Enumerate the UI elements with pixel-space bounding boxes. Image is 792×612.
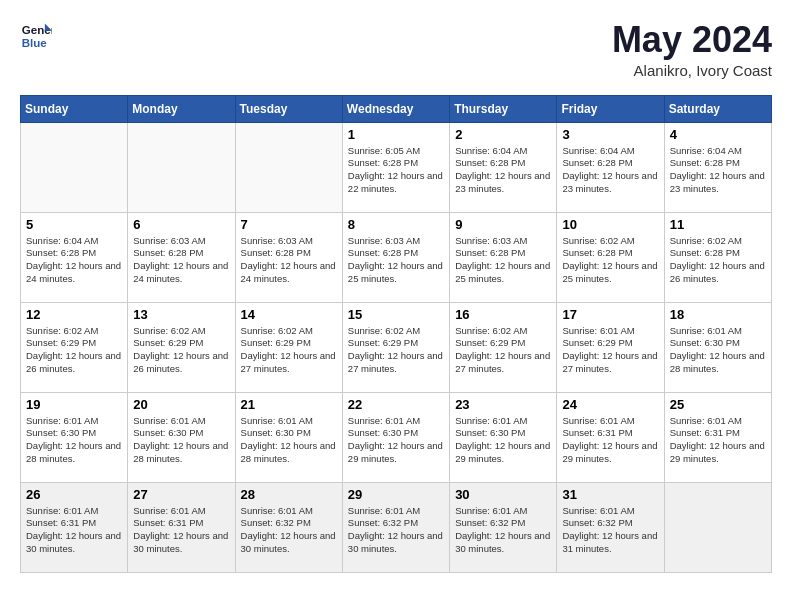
cell-info: Sunrise: 6:02 AM Sunset: 6:29 PM Dayligh… — [133, 325, 229, 376]
cell-info: Sunrise: 6:02 AM Sunset: 6:28 PM Dayligh… — [670, 235, 766, 286]
calendar-cell: 22Sunrise: 6:01 AM Sunset: 6:30 PM Dayli… — [342, 392, 449, 482]
day-number: 15 — [348, 307, 444, 322]
col-sunday: Sunday — [21, 95, 128, 122]
week-row-5: 26Sunrise: 6:01 AM Sunset: 6:31 PM Dayli… — [21, 482, 772, 572]
calendar-cell — [664, 482, 771, 572]
cell-info: Sunrise: 6:01 AM Sunset: 6:29 PM Dayligh… — [562, 325, 658, 376]
cell-info: Sunrise: 6:03 AM Sunset: 6:28 PM Dayligh… — [133, 235, 229, 286]
title-area: May 2024 Alanikro, Ivory Coast — [612, 20, 772, 79]
cell-info: Sunrise: 6:02 AM Sunset: 6:29 PM Dayligh… — [455, 325, 551, 376]
calendar-cell: 27Sunrise: 6:01 AM Sunset: 6:31 PM Dayli… — [128, 482, 235, 572]
calendar-cell: 3Sunrise: 6:04 AM Sunset: 6:28 PM Daylig… — [557, 122, 664, 212]
cell-info: Sunrise: 6:01 AM Sunset: 6:30 PM Dayligh… — [455, 415, 551, 466]
cell-info: Sunrise: 6:01 AM Sunset: 6:32 PM Dayligh… — [241, 505, 337, 556]
calendar-cell: 24Sunrise: 6:01 AM Sunset: 6:31 PM Dayli… — [557, 392, 664, 482]
col-saturday: Saturday — [664, 95, 771, 122]
cell-info: Sunrise: 6:03 AM Sunset: 6:28 PM Dayligh… — [348, 235, 444, 286]
col-monday: Monday — [128, 95, 235, 122]
calendar-cell: 21Sunrise: 6:01 AM Sunset: 6:30 PM Dayli… — [235, 392, 342, 482]
day-number: 7 — [241, 217, 337, 232]
cell-info: Sunrise: 6:03 AM Sunset: 6:28 PM Dayligh… — [455, 235, 551, 286]
cell-info: Sunrise: 6:01 AM Sunset: 6:30 PM Dayligh… — [670, 325, 766, 376]
calendar-cell — [128, 122, 235, 212]
day-number: 16 — [455, 307, 551, 322]
cell-info: Sunrise: 6:02 AM Sunset: 6:29 PM Dayligh… — [348, 325, 444, 376]
day-number: 4 — [670, 127, 766, 142]
calendar-cell: 18Sunrise: 6:01 AM Sunset: 6:30 PM Dayli… — [664, 302, 771, 392]
day-number: 10 — [562, 217, 658, 232]
calendar-cell: 5Sunrise: 6:04 AM Sunset: 6:28 PM Daylig… — [21, 212, 128, 302]
calendar-cell: 17Sunrise: 6:01 AM Sunset: 6:29 PM Dayli… — [557, 302, 664, 392]
day-number: 17 — [562, 307, 658, 322]
col-friday: Friday — [557, 95, 664, 122]
calendar-cell: 31Sunrise: 6:01 AM Sunset: 6:32 PM Dayli… — [557, 482, 664, 572]
cell-info: Sunrise: 6:04 AM Sunset: 6:28 PM Dayligh… — [670, 145, 766, 196]
day-number: 9 — [455, 217, 551, 232]
col-thursday: Thursday — [450, 95, 557, 122]
week-row-2: 5Sunrise: 6:04 AM Sunset: 6:28 PM Daylig… — [21, 212, 772, 302]
day-number: 5 — [26, 217, 122, 232]
day-number: 20 — [133, 397, 229, 412]
day-number: 25 — [670, 397, 766, 412]
day-number: 31 — [562, 487, 658, 502]
cell-info: Sunrise: 6:02 AM Sunset: 6:29 PM Dayligh… — [241, 325, 337, 376]
calendar-cell — [235, 122, 342, 212]
calendar-cell: 15Sunrise: 6:02 AM Sunset: 6:29 PM Dayli… — [342, 302, 449, 392]
calendar-cell: 1Sunrise: 6:05 AM Sunset: 6:28 PM Daylig… — [342, 122, 449, 212]
day-number: 22 — [348, 397, 444, 412]
logo-icon: General Blue — [20, 20, 52, 52]
day-number: 19 — [26, 397, 122, 412]
svg-text:Blue: Blue — [22, 37, 48, 49]
logo: General Blue — [20, 20, 52, 52]
day-number: 6 — [133, 217, 229, 232]
cell-info: Sunrise: 6:01 AM Sunset: 6:30 PM Dayligh… — [26, 415, 122, 466]
cell-info: Sunrise: 6:03 AM Sunset: 6:28 PM Dayligh… — [241, 235, 337, 286]
col-wednesday: Wednesday — [342, 95, 449, 122]
calendar-container: General Blue May 2024 Alanikro, Ivory Co… — [0, 0, 792, 583]
cell-info: Sunrise: 6:04 AM Sunset: 6:28 PM Dayligh… — [562, 145, 658, 196]
calendar-cell: 23Sunrise: 6:01 AM Sunset: 6:30 PM Dayli… — [450, 392, 557, 482]
header-row: Sunday Monday Tuesday Wednesday Thursday… — [21, 95, 772, 122]
calendar-cell: 20Sunrise: 6:01 AM Sunset: 6:30 PM Dayli… — [128, 392, 235, 482]
calendar-cell: 19Sunrise: 6:01 AM Sunset: 6:30 PM Dayli… — [21, 392, 128, 482]
cell-info: Sunrise: 6:05 AM Sunset: 6:28 PM Dayligh… — [348, 145, 444, 196]
calendar-cell: 26Sunrise: 6:01 AM Sunset: 6:31 PM Dayli… — [21, 482, 128, 572]
day-number: 11 — [670, 217, 766, 232]
calendar-cell: 28Sunrise: 6:01 AM Sunset: 6:32 PM Dayli… — [235, 482, 342, 572]
cell-info: Sunrise: 6:04 AM Sunset: 6:28 PM Dayligh… — [455, 145, 551, 196]
calendar-cell: 7Sunrise: 6:03 AM Sunset: 6:28 PM Daylig… — [235, 212, 342, 302]
day-number: 13 — [133, 307, 229, 322]
calendar-cell: 2Sunrise: 6:04 AM Sunset: 6:28 PM Daylig… — [450, 122, 557, 212]
calendar-cell: 16Sunrise: 6:02 AM Sunset: 6:29 PM Dayli… — [450, 302, 557, 392]
cell-info: Sunrise: 6:02 AM Sunset: 6:29 PM Dayligh… — [26, 325, 122, 376]
calendar-cell: 29Sunrise: 6:01 AM Sunset: 6:32 PM Dayli… — [342, 482, 449, 572]
location: Alanikro, Ivory Coast — [612, 62, 772, 79]
day-number: 2 — [455, 127, 551, 142]
day-number: 27 — [133, 487, 229, 502]
day-number: 3 — [562, 127, 658, 142]
calendar-cell: 30Sunrise: 6:01 AM Sunset: 6:32 PM Dayli… — [450, 482, 557, 572]
cell-info: Sunrise: 6:01 AM Sunset: 6:32 PM Dayligh… — [455, 505, 551, 556]
day-number: 23 — [455, 397, 551, 412]
cell-info: Sunrise: 6:01 AM Sunset: 6:30 PM Dayligh… — [241, 415, 337, 466]
calendar-cell: 13Sunrise: 6:02 AM Sunset: 6:29 PM Dayli… — [128, 302, 235, 392]
calendar-cell: 8Sunrise: 6:03 AM Sunset: 6:28 PM Daylig… — [342, 212, 449, 302]
day-number: 30 — [455, 487, 551, 502]
day-number: 12 — [26, 307, 122, 322]
cell-info: Sunrise: 6:01 AM Sunset: 6:30 PM Dayligh… — [348, 415, 444, 466]
calendar-cell: 6Sunrise: 6:03 AM Sunset: 6:28 PM Daylig… — [128, 212, 235, 302]
calendar-cell: 10Sunrise: 6:02 AM Sunset: 6:28 PM Dayli… — [557, 212, 664, 302]
col-tuesday: Tuesday — [235, 95, 342, 122]
day-number: 18 — [670, 307, 766, 322]
day-number: 14 — [241, 307, 337, 322]
week-row-4: 19Sunrise: 6:01 AM Sunset: 6:30 PM Dayli… — [21, 392, 772, 482]
day-number: 29 — [348, 487, 444, 502]
day-number: 21 — [241, 397, 337, 412]
week-row-1: 1Sunrise: 6:05 AM Sunset: 6:28 PM Daylig… — [21, 122, 772, 212]
cell-info: Sunrise: 6:01 AM Sunset: 6:31 PM Dayligh… — [133, 505, 229, 556]
cell-info: Sunrise: 6:01 AM Sunset: 6:31 PM Dayligh… — [26, 505, 122, 556]
day-number: 26 — [26, 487, 122, 502]
calendar-cell: 12Sunrise: 6:02 AM Sunset: 6:29 PM Dayli… — [21, 302, 128, 392]
day-number: 1 — [348, 127, 444, 142]
header: General Blue May 2024 Alanikro, Ivory Co… — [20, 20, 772, 79]
